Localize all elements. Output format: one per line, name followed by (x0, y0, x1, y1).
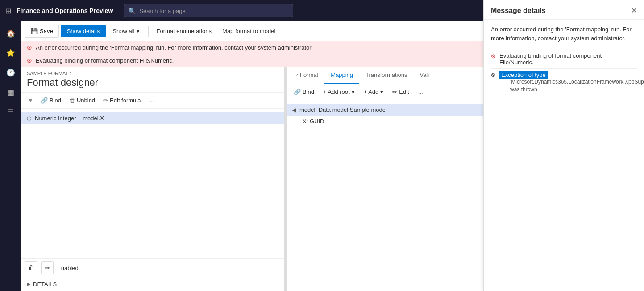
search-placeholder: Search for a page (139, 8, 185, 14)
add-root-label: + Add root (323, 89, 350, 95)
format-bottom-toolbar: 🗑 ✏ Enabled (21, 258, 284, 277)
details-toggle[interactable]: ▶ DETAILS (27, 281, 279, 287)
model-root-label: model: Data model Sample model (299, 106, 387, 113)
search-box[interactable]: 🔍 Search for a page (124, 4, 293, 17)
bind-button[interactable]: 🔗 Bind (37, 95, 65, 105)
panel-error-2: ⊗ Exception of type 'Microsoft.Dynamics3… (491, 69, 637, 96)
tree-item-icon: ⬡ (27, 115, 31, 122)
show-details-label: Show details (67, 28, 100, 34)
unbind-button[interactable]: 🗑 Unbind (66, 95, 99, 105)
search-icon: 🔍 (129, 8, 136, 14)
format-header: SAMPLE FORMAT : 1 Format designer (21, 67, 284, 93)
sidebar-item-modules[interactable]: ☰ (3, 104, 19, 120)
tab-format-chevron: ‹ (296, 72, 300, 78)
status-text: Enabled (57, 265, 79, 271)
add-chevron: ▾ (380, 89, 383, 95)
filter-icon[interactable]: ▼ (25, 95, 36, 105)
save-icon: 💾 (31, 28, 38, 34)
bind-label: Bind (50, 97, 61, 104)
edit-formula-label: Edit formula (110, 97, 141, 104)
error-text-2: Evaluating binding of format component F… (36, 57, 174, 64)
tab-mapping[interactable]: Mapping (324, 67, 359, 84)
error-icon-2: ⊗ (27, 57, 32, 64)
sidebar-item-recent[interactable]: 🕐 (3, 64, 19, 80)
format-tree: ⬡ Numeric Integer = model.X (21, 109, 284, 258)
message-details-panel: Message details ✕ An error occurred duri… (483, 67, 644, 291)
format-pane: SAMPLE FORMAT : 1 Format designer ▼ 🔗 Bi… (21, 67, 285, 291)
bind-icon: 🔗 (41, 97, 48, 104)
error-icon-1: ⊗ (27, 44, 32, 51)
panel-error-icon-2: ⊗ (491, 72, 496, 78)
model-more-label: ... (418, 89, 423, 95)
add-root-button[interactable]: + Add root ▾ (320, 87, 358, 97)
model-edit-button[interactable]: ✏ Edit (389, 87, 412, 97)
model-edit-label: Edit (399, 89, 409, 95)
sidebar-item-workspaces[interactable]: ▦ (3, 84, 19, 100)
model-more-button[interactable]: ... (415, 87, 427, 97)
unbind-label: Unbind (77, 97, 95, 104)
details-section: ▶ DETAILS (21, 277, 284, 291)
tab-validation-label: Vali (420, 72, 429, 78)
tree-item-label: Numeric Integer = model.X (35, 115, 104, 122)
save-button[interactable]: 💾 Save (25, 25, 59, 38)
details-label: DETAILS (33, 281, 57, 287)
left-sidebar: 🏠 ⭐ 🕐 ▦ ☰ (0, 21, 21, 291)
format-tree-item[interactable]: ⬡ Numeric Integer = model.X (21, 112, 284, 124)
panel-error-highlighted-text: Exception of type (499, 71, 548, 79)
unbind-icon: 🗑 (69, 97, 75, 104)
show-details-button[interactable]: Show details (61, 25, 106, 37)
format-more-button[interactable]: ... (145, 95, 157, 105)
tab-validation[interactable]: Vali (413, 67, 435, 84)
tab-mapping-label: Mapping (331, 72, 353, 78)
show-all-button[interactable]: Show all ▾ (108, 25, 144, 38)
add-label: + Add (364, 89, 379, 95)
model-edit-icon: ✏ (392, 89, 397, 95)
add-root-chevron: ▾ (352, 89, 355, 95)
sidebar-item-home[interactable]: 🏠 (3, 25, 19, 41)
add-button[interactable]: + Add ▾ (360, 87, 387, 97)
toolbar-separator-1 (148, 26, 149, 37)
delete-button[interactable]: 🗑 (25, 261, 37, 274)
format-enum-button[interactable]: Format enumerations (152, 25, 216, 37)
details-chevron-icon: ▶ (27, 281, 30, 287)
expand-icon: ◀ (292, 107, 296, 113)
msg-panel-body: An error occurred during the 'Format map… (484, 67, 644, 291)
model-bind-label: Bind (303, 89, 314, 95)
app-grid-icon[interactable]: ⊞ (5, 7, 11, 15)
model-child-label: X: GUID (303, 118, 324, 125)
tab-transformations-label: Transformations (366, 72, 407, 78)
save-label: Save (40, 28, 53, 34)
show-all-label: Show all (112, 28, 134, 34)
error-text-1: An error occurred during the 'Format map… (36, 44, 313, 51)
show-all-chevron-icon: ▾ (137, 28, 140, 34)
sidebar-item-favorites[interactable]: ⭐ (3, 45, 19, 61)
format-toolbar: ▼ 🔗 Bind 🗑 Unbind ✏ Edit formula ... (21, 93, 284, 109)
breadcrumb: SAMPLE FORMAT : 1 (27, 71, 279, 76)
map-format-label: Map format to model (222, 28, 275, 34)
tab-transformations[interactable]: Transformations (359, 67, 413, 84)
map-format-button[interactable]: Map format to model (218, 25, 280, 37)
tab-format[interactable]: ‹ Format (290, 67, 324, 84)
model-bind-button[interactable]: 🔗 Bind (290, 87, 318, 97)
format-more-label: ... (149, 97, 154, 104)
main-layout: 🏠 ⭐ 🕐 ▦ ☰ 💾 Save Show details Show all ▾… (0, 21, 644, 291)
page-title: Format designer (27, 77, 279, 89)
format-enum-label: Format enumerations (157, 28, 212, 34)
app-title: Finance and Operations Preview (17, 7, 113, 14)
edit-formula-button[interactable]: ✏ Edit formula (100, 95, 144, 105)
edit-button[interactable]: ✏ (41, 261, 54, 274)
designer-area: SAMPLE FORMAT : 1 Format designer ▼ 🔗 Bi… (21, 67, 644, 291)
content-area: 💾 Save Show details Show all ▾ Format en… (21, 21, 644, 291)
model-bind-icon: 🔗 (294, 89, 301, 95)
edit-formula-icon: ✏ (103, 97, 108, 104)
panel-error-continuation: 'Microsoft.Dynamics365.LocalizationFrame… (499, 78, 644, 93)
